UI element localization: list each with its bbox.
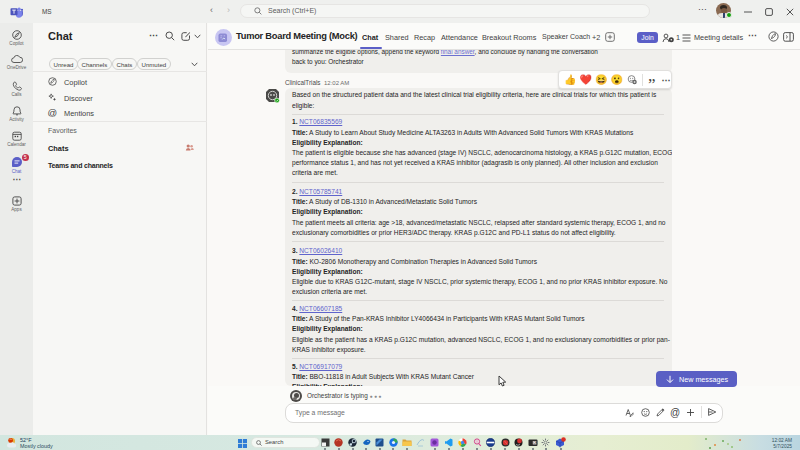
svg-text:CR: CR: [533, 440, 538, 444]
